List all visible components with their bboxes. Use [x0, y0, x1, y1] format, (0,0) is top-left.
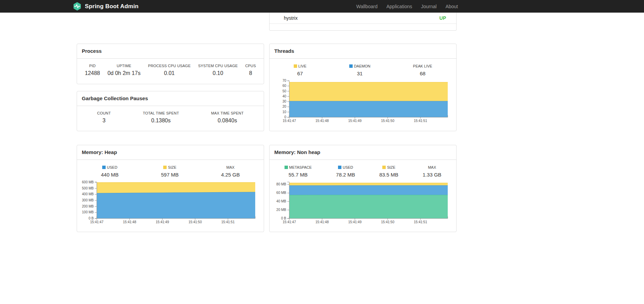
daemon-swatch-icon: [349, 64, 353, 68]
heap-card-title: Memory: Heap: [77, 145, 264, 160]
metric-label: CPUS: [245, 64, 256, 68]
nonheap-card-title: Memory: Non heap: [270, 145, 456, 160]
metric-value: 0.10: [198, 70, 237, 76]
svg-text:15:41:49: 15:41:49: [348, 119, 362, 123]
legend-item-size: SIZE 597 MB: [161, 165, 179, 178]
svg-text:70: 70: [282, 79, 287, 82]
legend-value: 440 MB: [101, 172, 119, 178]
metric-value: 3: [97, 118, 111, 124]
svg-text:40 MB: 40 MB: [276, 199, 286, 203]
legend-value: 55.7 MB: [285, 172, 312, 178]
svg-text:15:41:49: 15:41:49: [156, 220, 169, 224]
svg-text:15:41:48: 15:41:48: [316, 220, 329, 224]
svg-text:15:41:51: 15:41:51: [221, 220, 235, 224]
legend-item-used: USED 440 MB: [101, 165, 119, 178]
legend-value: 78.2 MB: [336, 172, 355, 178]
svg-text:15:41:50: 15:41:50: [381, 220, 394, 224]
legend-value: 4.25 GB: [221, 172, 240, 178]
metric-gc-total-time: TOTAL TIME SPENT 0.1380s: [143, 111, 179, 124]
svg-text:15:41:48: 15:41:48: [123, 220, 136, 224]
legend-item-peak-live: PEAK LIVE 68: [413, 64, 432, 76]
nonheap-memory-chart: 0 B20 MB40 MB60 MB80 MB15:41:4715:41:481…: [273, 180, 450, 225]
process-card: Process PID 12488 UPTIME 0d 0h 2m 17s PR…: [77, 44, 264, 84]
svg-text:30: 30: [282, 100, 287, 103]
metaspace-swatch-icon: [285, 166, 288, 169]
legend-value: 68: [413, 71, 432, 76]
legend-value: 1.33 GB: [423, 172, 441, 178]
legend-value: 31: [349, 71, 370, 76]
metric-label: SYSTEM CPU USAGE: [198, 64, 237, 68]
svg-text:300 MB: 300 MB: [82, 198, 94, 202]
svg-text:80 MB: 80 MB: [276, 182, 286, 186]
nav-item-about[interactable]: About: [445, 4, 458, 9]
size-swatch-icon: [382, 166, 386, 169]
legend-item-max: MAX 4.25 GB: [221, 165, 240, 178]
used-swatch-icon: [338, 166, 341, 169]
metric-label: UPTIME: [107, 64, 140, 68]
navbar: Spring Boot Admin Wallboard Applications…: [0, 0, 644, 13]
legend-label: USED: [107, 165, 118, 169]
memory-heap-card: Memory: Heap USED 440 MB SIZE 597 MB MAX…: [77, 145, 264, 232]
svg-text:200 MB: 200 MB: [82, 204, 94, 208]
legend-label: USED: [343, 165, 353, 169]
legend-label: SIZE: [168, 165, 176, 169]
svg-text:400 MB: 400 MB: [82, 192, 94, 196]
svg-text:100 MB: 100 MB: [82, 210, 94, 214]
legend-label: MAX: [226, 165, 234, 169]
svg-text:0: 0: [284, 115, 286, 119]
svg-text:15:41:47: 15:41:47: [283, 119, 296, 123]
metric-cpus: CPUS 8: [245, 64, 256, 76]
legend-value: 67: [294, 71, 307, 76]
threads-card: Threads LIVE 67 DAEMON 31 PEAK LIVE 68 0…: [269, 44, 457, 131]
svg-text:15:41:50: 15:41:50: [188, 220, 202, 224]
metric-value: 12488: [85, 70, 100, 76]
nav-item-applications[interactable]: Applications: [386, 4, 412, 9]
nav-item-journal[interactable]: Journal: [421, 4, 436, 9]
legend-label: METASPACE: [289, 165, 312, 169]
legend-value: 83.5 MB: [379, 172, 398, 178]
svg-text:15:41:51: 15:41:51: [414, 119, 427, 123]
live-swatch-icon: [294, 64, 297, 68]
application-row: hystrix UP: [270, 13, 456, 24]
application-name-link[interactable]: hystrix: [284, 15, 297, 21]
legend-item-metaspace: METASPACE 55.7 MB: [285, 165, 312, 178]
svg-text:40: 40: [282, 94, 287, 98]
status-badge: UP: [440, 15, 446, 21]
svg-text:15:41:51: 15:41:51: [414, 220, 427, 224]
nav-item-wallboard[interactable]: Wallboard: [356, 4, 378, 9]
svg-text:15:41:47: 15:41:47: [90, 220, 104, 224]
memory-nonheap-card: Memory: Non heap METASPACE 55.7 MB USED …: [269, 145, 457, 232]
spring-boot-admin-logo-icon: [73, 2, 82, 11]
svg-text:60 MB: 60 MB: [276, 191, 286, 195]
application-status-card: hystrix UP: [269, 13, 457, 31]
svg-text:60: 60: [282, 84, 287, 88]
nav-links: Wallboard Applications Journal About: [356, 4, 458, 9]
metric-label: MAX TIME SPENT: [211, 111, 244, 115]
metric-system-cpu-usage: SYSTEM CPU USAGE 0.10: [198, 64, 237, 76]
legend-item-size: SIZE 83.5 MB: [379, 165, 398, 178]
svg-text:15:41:50: 15:41:50: [381, 119, 394, 123]
nonheap-legend: METASPACE 55.7 MB USED 78.2 MB SIZE 83.5…: [270, 160, 456, 178]
gc-metrics: COUNT 3 TOTAL TIME SPENT 0.1380s MAX TIM…: [77, 106, 264, 124]
metric-gc-max-time: MAX TIME SPENT 0.0840s: [211, 111, 244, 124]
size-swatch-icon: [163, 166, 167, 169]
legend-item-live: LIVE 67: [294, 64, 307, 76]
navbar-inner: Spring Boot Admin Wallboard Applications…: [73, 0, 458, 13]
svg-text:15:41:48: 15:41:48: [316, 119, 329, 123]
heap-legend: USED 440 MB SIZE 597 MB MAX 4.25 GB: [77, 160, 264, 178]
legend-item-daemon: DAEMON 31: [349, 64, 370, 76]
legend-label: LIVE: [298, 64, 307, 68]
legend-label: DAEMON: [354, 64, 370, 68]
threads-legend: LIVE 67 DAEMON 31 PEAK LIVE 68: [270, 59, 456, 76]
brand-link[interactable]: Spring Boot Admin: [73, 2, 139, 11]
metric-uptime: UPTIME 0d 0h 2m 17s: [107, 64, 140, 76]
heap-memory-chart: 0 B100 MB200 MB300 MB400 MB500 MB600 MB1…: [80, 180, 258, 225]
legend-item-used: USED 78.2 MB: [336, 165, 355, 178]
gc-pauses-card: Garbage Collection Pauses COUNT 3 TOTAL …: [77, 91, 264, 131]
threads-chart: 01020304050607015:41:4715:41:4815:41:491…: [273, 79, 450, 124]
metric-label: PID: [85, 64, 100, 68]
metric-value: 0.0840s: [211, 118, 244, 124]
metric-value: 8: [245, 70, 256, 76]
process-card-title: Process: [77, 44, 264, 59]
metric-value: 0d 0h 2m 17s: [107, 70, 140, 76]
